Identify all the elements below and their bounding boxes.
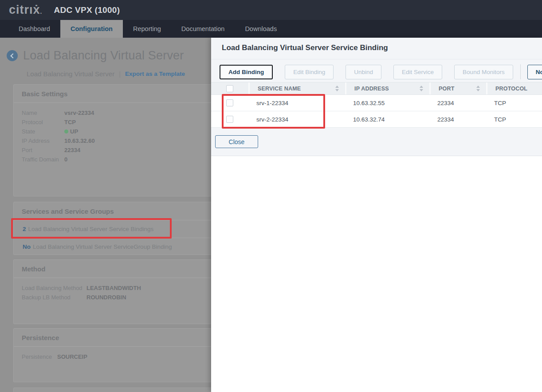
primary-nav: Dashboard Configuration Reporting Docume… [0,20,542,38]
cell-protocol: TCP [486,95,542,111]
cell-ip-address: 10.63.32.55 [345,95,429,111]
field-port: Port22334 [22,145,240,155]
field-value: SOURCEIP [57,352,87,361]
bound-monitors-button[interactable]: Bound Monitors [454,65,513,79]
tab-configuration[interactable]: Configuration [60,20,123,38]
breadcrumb-separator: | [119,70,121,78]
field-backup-lb-method: Backup LB MethodROUNDROBIN [22,293,240,302]
sort-icon[interactable] [335,86,339,91]
app-header: citrıẋ. ADC VPX (1000) [0,0,542,20]
field-value: LEASTBANDWIDTH [86,283,141,293]
unbind-button[interactable]: Unbind [346,65,381,79]
field-lb-method: Load Balancing MethodLEASTBANDWIDTH [22,283,240,293]
field-value: vsrv-22334 [64,108,94,118]
table-row[interactable]: srv-1-22334 10.63.32.55 22334 TCP [211,95,542,111]
service-binding-panel: Load Balancing Virtual Server Service Bi… [211,38,542,392]
cell-ip-address: 10.63.32.74 [345,111,429,127]
sort-icon[interactable] [476,86,480,91]
column-service-name: SERVICE NAME [248,82,345,94]
tab-dashboard[interactable]: Dashboard [8,20,60,38]
no-action-label: No action [536,69,542,75]
field-label: Load Balancing Method [22,283,86,293]
field-value: ROUNDROBIN [86,293,126,302]
row-checkbox[interactable] [226,99,233,106]
header-checkbox-cell [211,82,248,94]
cell-port: 22334 [429,111,486,127]
state-up-dot-icon [64,129,68,133]
field-state: StateUP [22,127,240,136]
field-persistence: PersistenceSOURCEIP [22,352,240,361]
field-label: State [22,127,64,136]
field-protocol: ProtocolTCP [22,118,240,127]
tab-reporting[interactable]: Reporting [123,20,171,38]
add-binding-button[interactable]: Add Binding [220,65,273,79]
field-value: 10.63.32.60 [64,136,95,145]
tab-downloads[interactable]: Downloads [235,20,287,38]
cell-protocol: TCP [486,111,542,127]
binding-table-header: SERVICE NAME IP ADDRESS PORT PROTOCOL [211,82,542,95]
row-checkbox[interactable] [226,116,233,123]
field-label: IP Address [22,136,64,145]
panel-title: Load Balancing Virtual Server Service Bi… [222,43,388,52]
edit-service-button[interactable]: Edit Service [393,65,442,79]
row-checkbox-cell [211,95,248,111]
page-title: Load Balancing Virtual Server [23,49,184,63]
close-button[interactable]: Close [215,135,258,148]
citrix-logo: citrıẋ. [9,4,42,16]
field-value: 22334 [64,145,80,155]
field-label: Name [22,108,64,118]
row-checkbox-cell [211,111,248,127]
service-bindings-text: Load Balancing Virtual Server Service Bi… [28,226,154,232]
field-label: Backup LB Method [22,293,86,302]
field-label: Protocol [22,118,64,127]
breadcrumb-item: Load Balancing Virtual Server [27,70,114,78]
breadcrumb: Load Balancing Virtual Server | Export a… [27,70,185,78]
back-arrow-icon [10,53,15,58]
field-traffic-domain: Traffic Domain0 [22,155,240,164]
citrix-logo-text: citrıẋ [9,3,40,16]
toolbar-divider [520,64,521,79]
field-label: Persistence [22,352,57,361]
citrix-logo-dot: . [40,8,43,15]
cell-service-name: srv-2-22334 [248,111,345,127]
field-ip-address: IP Address10.63.32.60 [22,136,240,145]
column-port: PORT [429,82,486,94]
select-all-checkbox[interactable] [226,85,233,92]
sort-icon[interactable] [420,86,423,91]
binding-toolbar: Add Binding Edit Binding Unbind Edit Ser… [220,64,542,79]
field-value: TCP [64,118,76,127]
field-label: Traffic Domain [22,155,64,164]
servicegroup-binding-count: No [23,243,31,250]
panel-title-divider [211,59,542,59]
back-button[interactable] [7,50,18,61]
product-title: ADC VPX (1000) [54,5,120,15]
field-name: Namevsrv-22334 [22,108,240,118]
table-row[interactable]: srv-2-22334 10.63.32.74 22334 TCP [211,111,542,128]
column-protocol: PROTOCOL [486,82,542,94]
column-label: PORT [439,86,455,92]
cell-port: 22334 [429,95,486,111]
edit-binding-button[interactable]: Edit Binding [285,65,334,79]
tab-documentation[interactable]: Documentation [171,20,235,38]
column-ip-address: IP ADDRESS [345,82,429,94]
app-window: citrıẋ. ADC VPX (1000) Dashboard Configu… [0,0,542,392]
column-label: SERVICE NAME [258,86,301,92]
cell-service-name: srv-1-22334 [248,95,345,111]
field-value: UP [64,127,78,136]
export-template-link[interactable]: Export as a Template [125,71,185,77]
state-text: UP [70,128,78,135]
servicegroup-binding-text: Load Balancing Virtual Server ServiceGro… [33,243,172,250]
column-label: IP ADDRESS [354,86,389,92]
column-label: PROTOCOL [495,86,527,92]
no-action-dropdown[interactable]: No action [527,65,542,79]
field-label: Port [22,145,64,155]
field-value: 0 [64,155,67,164]
service-bindings-count: 2 [23,226,26,232]
